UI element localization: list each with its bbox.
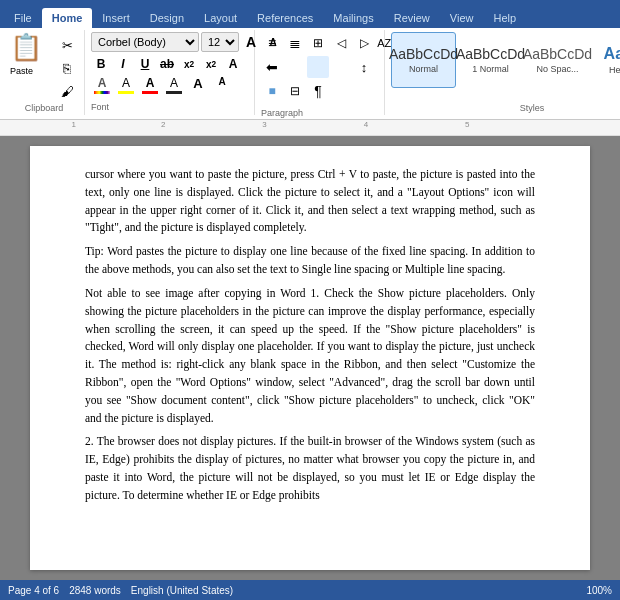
tab-review[interactable]: Review: [384, 8, 440, 28]
subscript-button[interactable]: x2: [179, 54, 199, 74]
font-size-select[interactable]: 12: [201, 32, 239, 52]
word-count: 2848 words: [69, 585, 121, 596]
copy-button[interactable]: ⎘: [56, 57, 78, 79]
paragraph-1: cursor where you want to paste the pictu…: [85, 166, 535, 237]
clear-format-button[interactable]: A: [223, 54, 243, 74]
tab-design[interactable]: Design: [140, 8, 194, 28]
tab-view[interactable]: View: [440, 8, 484, 28]
bullets-button[interactable]: ≡: [261, 32, 283, 54]
font-color2-button[interactable]: A: [163, 76, 185, 98]
tab-references[interactable]: References: [247, 8, 323, 28]
underline-button[interactable]: U: [135, 54, 155, 74]
status-bar: Page 4 of 6 2848 words English (United S…: [0, 580, 620, 600]
tab-home[interactable]: Home: [42, 8, 93, 28]
font-size-shrink2-button[interactable]: A: [211, 76, 233, 98]
ribbon-tabs: File Home Insert Design Layout Reference…: [0, 0, 620, 28]
style-normal-label: Normal: [409, 64, 438, 74]
zoom-level: 100%: [586, 585, 612, 596]
tab-file[interactable]: File: [4, 8, 42, 28]
highlight-color-button[interactable]: A: [115, 76, 137, 98]
paste-label: Paste: [10, 66, 33, 76]
document-page: cursor where you want to paste the pictu…: [30, 146, 590, 570]
style-heading-preview: AaBb: [604, 45, 620, 63]
language: English (United States): [131, 585, 233, 596]
clipboard-group: 📋 Paste ✂ ⎘ 🖌 Clipboard: [4, 30, 85, 115]
tab-help[interactable]: Help: [483, 8, 526, 28]
status-left: Page 4 of 6 2848 words English (United S…: [8, 585, 576, 596]
paragraph-label: Paragraph: [261, 106, 303, 118]
style-normal-preview: AaBbCcDd: [389, 46, 458, 62]
paste-button[interactable]: 📋 Paste: [10, 32, 54, 98]
line-spacing-button[interactable]: ↕: [353, 56, 375, 78]
clipboard-label: Clipboard: [25, 101, 64, 113]
pilcrow-button[interactable]: ¶: [307, 80, 329, 102]
align-left-button[interactable]: ⬅: [261, 56, 283, 78]
document-content: cursor where you want to paste the pictu…: [85, 166, 535, 505]
paragraph-3: Not able to see image after copying in W…: [85, 285, 535, 428]
border-button[interactable]: ⊟: [284, 80, 306, 102]
status-right: 100%: [586, 585, 612, 596]
tab-mailings[interactable]: Mailings: [323, 8, 383, 28]
tab-insert[interactable]: Insert: [92, 8, 140, 28]
style-1normal-label: 1 Normal: [472, 64, 509, 74]
align-center-button[interactable]: [284, 56, 306, 78]
font-family-select[interactable]: Corbel (Body): [91, 32, 199, 52]
document-area[interactable]: cursor where you want to paste the pictu…: [0, 136, 620, 580]
ribbon-toolbar: 📋 Paste ✂ ⎘ 🖌 Clipboard Corbel (Body) 12…: [0, 28, 620, 120]
style-1normal-button[interactable]: AaBbCcDd 1 Normal: [458, 32, 523, 88]
paragraph-2: Tip: Word pastes the picture to display …: [85, 243, 535, 279]
style-1normal-preview: AaBbCcDd: [456, 46, 525, 62]
page-info: Page 4 of 6: [8, 585, 59, 596]
paragraph-4: 2. The browser does not display pictures…: [85, 433, 535, 504]
align-right-button[interactable]: [307, 56, 329, 78]
font-group: Corbel (Body) 12 A A B I U ab x2 x2 A A …: [85, 30, 255, 115]
numbering-button[interactable]: ≣: [284, 32, 306, 54]
style-heading-button[interactable]: AaBb Headi...: [592, 32, 620, 88]
justify-button[interactable]: [330, 56, 352, 78]
styles-label: Styles: [520, 101, 545, 113]
paste-icon: 📋: [10, 32, 42, 62]
bold-button[interactable]: B: [91, 54, 111, 74]
superscript-button[interactable]: x2: [201, 54, 221, 74]
style-heading-label: Headi...: [609, 65, 620, 75]
font-label: Font: [91, 100, 109, 112]
shading-button[interactable]: ■: [261, 80, 283, 102]
font-color-button[interactable]: A: [139, 76, 161, 98]
style-nospace-button[interactable]: AaBbCcDd No Spac...: [525, 32, 590, 88]
text-effects-button[interactable]: A: [91, 76, 113, 98]
style-nospace-label: No Spac...: [536, 64, 578, 74]
ruler: 1 2 3 4 5: [0, 120, 620, 136]
multilevel-list-button[interactable]: ⊞: [307, 32, 329, 54]
style-nospace-preview: AaBbCcDd: [523, 46, 592, 62]
ruler-marks: 1 2 3 4 5: [12, 120, 608, 135]
increase-indent-button[interactable]: ▷: [353, 32, 375, 54]
format-painter-button[interactable]: 🖌: [56, 80, 78, 102]
strikethrough-button[interactable]: ab: [157, 54, 177, 74]
tab-layout[interactable]: Layout: [194, 8, 247, 28]
italic-button[interactable]: I: [113, 54, 133, 74]
paragraph-group: ≡ ≣ ⊞ ◁ ▷ AZ↓ ⬅ ↕ ■ ⊟ ¶ Paragraph: [255, 30, 385, 115]
style-normal-button[interactable]: AaBbCcDd Normal: [391, 32, 456, 88]
decrease-indent-button[interactable]: ◁: [330, 32, 352, 54]
font-size-grow2-button[interactable]: A: [187, 76, 209, 98]
cut-button[interactable]: ✂: [56, 34, 78, 56]
styles-group: AaBbCcDd Normal AaBbCcDd 1 Normal AaBbCc…: [385, 30, 620, 115]
